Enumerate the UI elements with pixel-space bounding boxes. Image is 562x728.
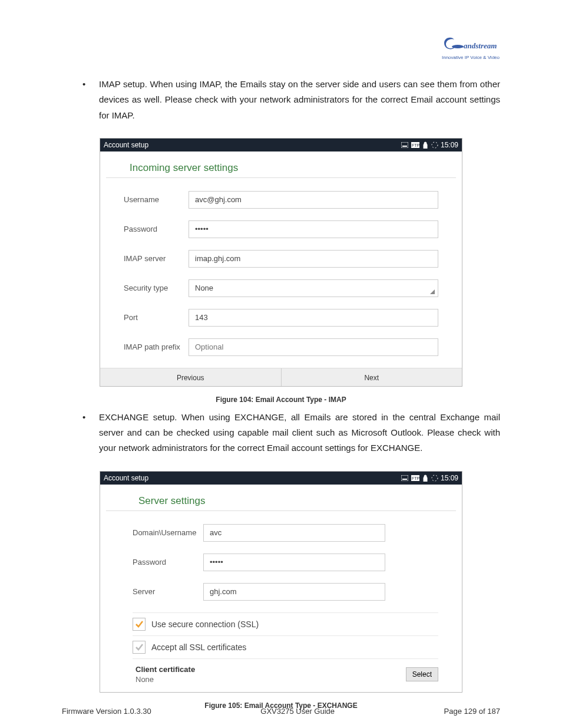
figure-caption-imap: Figure 104: Email Account Type - IMAP <box>62 396 500 404</box>
security-type-select[interactable] <box>189 279 438 297</box>
server-label: Server <box>133 587 203 596</box>
security-type-label: Security type <box>124 284 189 292</box>
previous-button[interactable]: Previous <box>100 368 281 386</box>
domain-username-label: Domain\Username <box>133 528 203 537</box>
footer-page: Page 129 of 187 <box>444 707 500 716</box>
password-input[interactable] <box>189 220 438 238</box>
ssl-checkbox-label: Use secure connection (SSL) <box>151 620 259 629</box>
window-title: Account setup <box>104 474 148 482</box>
password-input[interactable] <box>203 554 385 571</box>
clock-text: 15:09 <box>441 474 458 482</box>
domain-username-input[interactable] <box>203 524 385 542</box>
footer-firmware: Firmware Version 1.0.3.30 <box>62 707 151 716</box>
status-icons: FTP <box>401 141 438 149</box>
svg-point-6 <box>432 142 438 148</box>
bullet-icon: • <box>82 410 99 456</box>
username-input[interactable] <box>189 191 438 209</box>
exchange-description: EXCHANGE setup. When using EXCHANGE, all… <box>99 410 500 456</box>
svg-point-11 <box>432 475 438 481</box>
client-cert-heading: Client certificate <box>135 665 406 674</box>
svg-text:FTP: FTP <box>412 476 419 480</box>
svg-rect-8 <box>402 479 407 480</box>
svg-rect-2 <box>401 142 408 148</box>
port-input[interactable] <box>189 309 438 327</box>
svg-text:andstream: andstream <box>464 41 497 50</box>
svg-text:FTP: FTP <box>412 143 419 147</box>
svg-rect-3 <box>402 146 407 147</box>
footer-doc-title: GXV3275 User Guide <box>260 707 335 716</box>
brand-logo: andstream Innovative IP Voice & Video <box>441 32 500 60</box>
section-heading: Server settings <box>106 485 456 511</box>
section-heading: Incoming server settings <box>106 151 456 178</box>
select-cert-button[interactable]: Select <box>406 667 438 681</box>
clock-text: 15:09 <box>441 141 458 149</box>
accept-certs-label: Accept all SSL certificates <box>151 643 246 652</box>
next-button[interactable]: Next <box>281 368 462 386</box>
window-title: Account setup <box>104 141 148 149</box>
bullet-icon: • <box>82 77 99 123</box>
server-input[interactable] <box>203 583 385 601</box>
svg-point-0 <box>452 45 464 48</box>
imap-prefix-label: IMAP path prefix <box>124 342 189 351</box>
imap-description: IMAP setup. When using IMAP, the Emails … <box>99 77 500 123</box>
dropdown-caret-icon <box>430 289 435 294</box>
svg-rect-7 <box>401 475 408 481</box>
username-label: Username <box>124 195 189 204</box>
imap-server-input[interactable] <box>189 250 438 268</box>
accept-certs-checkbox[interactable] <box>133 641 146 654</box>
port-label: Port <box>124 313 189 322</box>
imap-screenshot: Account setup FTP 15:09 Incoming server … <box>100 138 462 387</box>
imap-server-label: IMAP server <box>124 254 189 263</box>
imap-prefix-input[interactable] <box>189 338 438 356</box>
status-icons: FTP <box>401 475 438 482</box>
client-cert-value: None <box>135 675 406 684</box>
ssl-checkbox[interactable] <box>133 618 146 631</box>
password-label: Password <box>124 225 189 233</box>
password-label: Password <box>133 558 203 566</box>
exchange-screenshot: Account setup FTP 15:09 Server settings … <box>100 471 462 693</box>
